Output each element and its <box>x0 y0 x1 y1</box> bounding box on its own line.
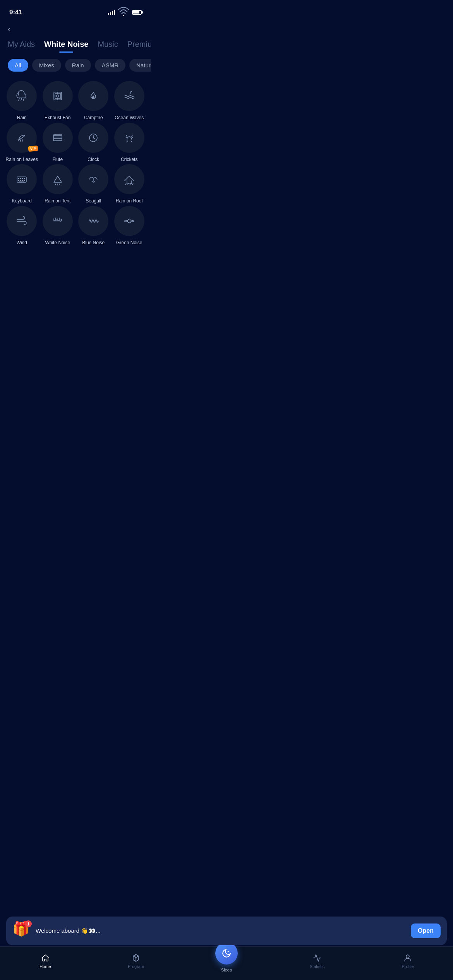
svg-line-32 <box>130 183 131 185</box>
sound-rain-on-tent[interactable]: Rain on Tent <box>41 164 75 204</box>
svg-rect-6 <box>55 93 60 99</box>
sound-keyboard[interactable]: Keyboard <box>5 164 39 204</box>
sound-seagull-label: Seagull <box>86 198 101 204</box>
chip-asmr[interactable]: ASMR <box>95 59 125 72</box>
svg-line-7 <box>20 139 21 142</box>
sound-flute-label: Flute <box>52 157 63 163</box>
sound-green-noise[interactable]: Green Noise <box>112 206 147 246</box>
tab-white-noise[interactable]: White Noise <box>44 40 88 53</box>
svg-line-33 <box>132 183 133 185</box>
main-tabs: My Aids White Noise Music Premium <box>0 36 151 53</box>
sound-seagull[interactable]: Seagull <box>76 164 111 204</box>
chip-mixes[interactable]: Mixes <box>32 59 61 72</box>
sound-rain-on-leaves-label: Rain on Leaves <box>6 157 38 163</box>
sound-blue-noise[interactable]: Blue Noise <box>76 206 111 246</box>
svg-line-3 <box>23 98 24 101</box>
sound-wind[interactable]: Wind <box>5 206 39 246</box>
sound-rain-on-roof-label: Rain on Roof <box>116 198 143 204</box>
sound-green-noise-label: Green Noise <box>116 240 142 246</box>
sound-rain-on-tent-label: Rain on Tent <box>45 198 70 204</box>
chip-all[interactable]: All <box>8 59 28 72</box>
sound-rain-label: Rain <box>17 115 27 121</box>
tab-premium[interactable]: Premium <box>127 40 151 53</box>
vip-badge: VIP <box>28 146 38 152</box>
svg-rect-17 <box>17 177 26 182</box>
svg-line-29 <box>59 184 60 185</box>
wifi-icon <box>117 5 130 19</box>
sound-keyboard-label: Keyboard <box>12 198 32 204</box>
svg-line-31 <box>128 183 129 185</box>
sound-grid: Rain Exhaust Fan Campfire Ocean Waves VI… <box>0 75 151 252</box>
sound-white-noise[interactable]: White Noise <box>41 206 75 246</box>
sound-campfire-label: Campfire <box>84 115 103 121</box>
sound-exhaust-fan[interactable]: Exhaust Fan <box>41 81 75 121</box>
sound-blue-noise-label: Blue Noise <box>82 240 105 246</box>
sound-campfire[interactable]: Campfire <box>76 81 111 121</box>
battery-icon <box>132 10 142 15</box>
sound-flute[interactable]: Flute <box>41 123 75 163</box>
chip-nature[interactable]: Nature <box>129 59 151 72</box>
sound-exhaust-fan-label: Exhaust Fan <box>45 115 70 121</box>
sound-ocean-waves-label: Ocean Waves <box>115 115 144 121</box>
sound-rain-on-leaves[interactable]: VIP Rain on Leaves <box>5 123 39 163</box>
sound-wind-label: Wind <box>17 240 27 246</box>
svg-point-0 <box>123 15 124 16</box>
svg-line-8 <box>22 140 22 142</box>
svg-line-30 <box>125 183 126 185</box>
back-button[interactable]: ‹ <box>0 21 151 36</box>
sound-crickets-label: Crickets <box>121 157 137 163</box>
svg-line-1 <box>19 98 19 101</box>
signal-icon <box>108 10 115 15</box>
status-icons <box>108 5 142 19</box>
chip-rain[interactable]: Rain <box>65 59 91 72</box>
tab-my-aids[interactable]: My Aids <box>8 40 35 53</box>
filter-row: All Mixes Rain ASMR Nature Animal <box>0 53 151 75</box>
sound-clock-label: Clock <box>88 157 99 163</box>
svg-point-16 <box>93 137 94 138</box>
tab-music[interactable]: Music <box>98 40 118 53</box>
status-time: 9:41 <box>9 9 22 16</box>
svg-line-2 <box>21 98 22 101</box>
svg-point-5 <box>57 95 59 97</box>
sound-rain[interactable]: Rain <box>5 81 39 121</box>
sound-clock[interactable]: Clock <box>76 123 111 163</box>
sound-ocean-waves[interactable]: Ocean Waves <box>112 81 147 121</box>
svg-line-27 <box>55 184 56 185</box>
status-bar: 9:41 <box>0 0 151 21</box>
sound-white-noise-label: White Noise <box>45 240 70 246</box>
sound-rain-on-roof[interactable]: Rain on Roof <box>112 164 147 204</box>
sound-crickets[interactable]: Crickets <box>112 123 147 163</box>
